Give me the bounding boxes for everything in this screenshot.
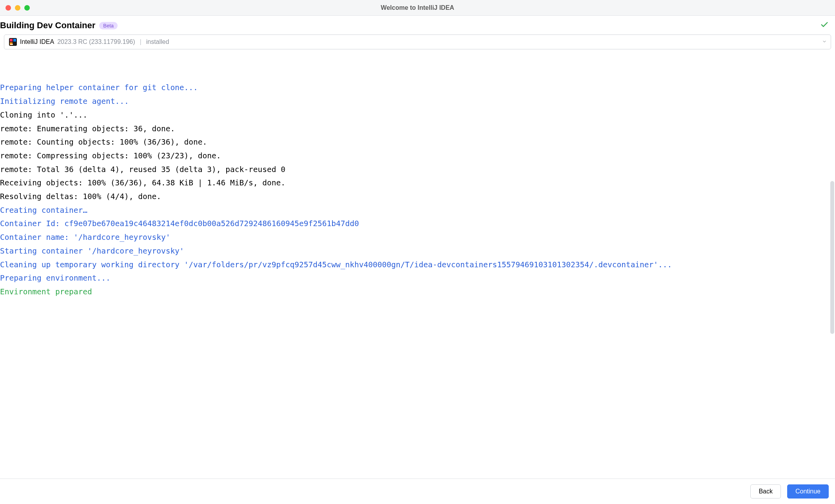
window-minimize-button[interactable] bbox=[15, 5, 20, 11]
window-titlebar: Welcome to IntelliJ IDEA bbox=[0, 0, 835, 16]
log-line: Environment prepared bbox=[0, 285, 835, 299]
intellij-idea-icon bbox=[9, 38, 17, 46]
log-line: Container name: '/hardcore_heyrovsky' bbox=[0, 231, 835, 245]
chevron-down-icon bbox=[822, 38, 827, 45]
beta-badge: Beta bbox=[99, 22, 118, 29]
page-title: Building Dev Container bbox=[0, 20, 95, 31]
svg-rect-4 bbox=[10, 44, 13, 45]
window-zoom-button[interactable] bbox=[24, 5, 30, 11]
ide-install-status: installed bbox=[146, 38, 169, 45]
log-line: Cloning into '.'... bbox=[0, 109, 835, 122]
log-line: Cleaning up temporary working directory … bbox=[0, 258, 835, 272]
continue-button[interactable]: Continue bbox=[787, 484, 829, 499]
ide-name: IntelliJ IDEA bbox=[20, 38, 54, 45]
log-line: Container Id: cf9e07be670ea19c46483214ef… bbox=[0, 217, 835, 231]
log-line: remote: Compressing objects: 100% (23/23… bbox=[0, 149, 835, 163]
log-line: Preparing helper container for git clone… bbox=[0, 81, 835, 95]
log-line: remote: Counting objects: 100% (36/36), … bbox=[0, 136, 835, 149]
log-line: Creating container… bbox=[0, 204, 835, 218]
page-header: Building Dev Container Beta bbox=[0, 16, 835, 34]
back-button[interactable]: Back bbox=[750, 484, 781, 499]
log-line: Starting container '/hardcore_heyrovsky' bbox=[0, 245, 835, 258]
window-controls bbox=[0, 5, 30, 11]
log-line: remote: Total 36 (delta 4), reused 35 (d… bbox=[0, 163, 835, 177]
success-check-icon bbox=[820, 20, 829, 31]
footer-actions: Back Continue bbox=[0, 479, 835, 504]
log-line: remote: Enumerating objects: 36, done. bbox=[0, 122, 835, 136]
build-log-output[interactable]: Preparing helper container for git clone… bbox=[0, 52, 835, 479]
window-title: Welcome to IntelliJ IDEA bbox=[381, 4, 454, 11]
ide-version: 2023.3 RC (233.11799.196) bbox=[57, 38, 135, 45]
log-line: Preparing environment... bbox=[0, 272, 835, 285]
svg-rect-1 bbox=[10, 39, 13, 42]
log-line: Resolving deltas: 100% (4/4), done. bbox=[0, 190, 835, 204]
log-line: Receiving objects: 100% (36/36), 64.38 K… bbox=[0, 176, 835, 190]
window-close-button[interactable] bbox=[5, 5, 11, 11]
separator: | bbox=[140, 38, 142, 45]
ide-selector[interactable]: IntelliJ IDEA 2023.3 RC (233.11799.196) … bbox=[4, 34, 831, 49]
svg-rect-3 bbox=[13, 39, 16, 42]
log-line: Initializing remote agent... bbox=[0, 95, 835, 109]
scrollbar-thumb[interactable] bbox=[830, 181, 834, 334]
